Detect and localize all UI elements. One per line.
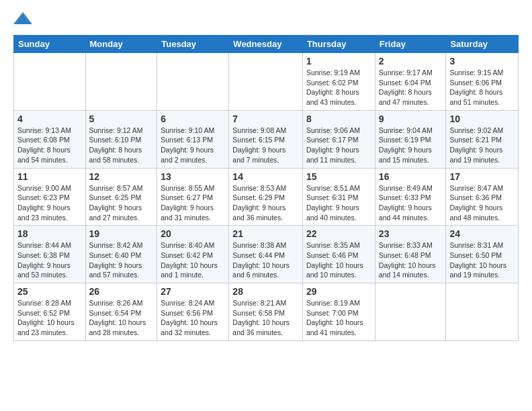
day-number: 12 [89, 171, 154, 182]
calendar-header-row: SundayMondayTuesdayWednesdayThursdayFrid… [14, 36, 519, 53]
day-number: 16 [379, 171, 443, 182]
day-info: Sunrise: 8:40 AM Sunset: 6:42 PM Dayligh… [161, 240, 225, 280]
day-info: Sunrise: 8:38 AM Sunset: 6:44 PM Dayligh… [232, 240, 299, 280]
calendar-week-3: 11Sunrise: 9:00 AM Sunset: 6:23 PM Dayli… [14, 168, 519, 226]
day-info: Sunrise: 9:00 AM Sunset: 6:23 PM Dayligh… [17, 183, 82, 223]
column-header-wednesday: Wednesday [229, 36, 303, 53]
day-number: 5 [89, 113, 154, 124]
day-info: Sunrise: 8:31 AM Sunset: 6:50 PM Dayligh… [449, 240, 515, 280]
day-number: 27 [161, 286, 225, 297]
day-number: 2 [379, 56, 443, 66]
calendar-cell: 17Sunrise: 8:47 AM Sunset: 6:36 PM Dayli… [446, 168, 519, 226]
day-info: Sunrise: 9:08 AM Sunset: 6:15 PM Dayligh… [232, 126, 299, 165]
calendar-cell: 9Sunrise: 9:04 AM Sunset: 6:19 PM Daylig… [375, 110, 446, 168]
calendar-cell: 16Sunrise: 8:49 AM Sunset: 6:33 PM Dayli… [375, 168, 446, 226]
calendar-cell [229, 53, 303, 111]
day-info: Sunrise: 9:10 AM Sunset: 6:13 PM Dayligh… [161, 126, 225, 165]
day-number: 28 [232, 286, 299, 297]
calendar-cell: 25Sunrise: 8:28 AM Sunset: 6:52 PM Dayli… [14, 283, 86, 341]
calendar-cell: 4Sunrise: 9:13 AM Sunset: 6:08 PM Daylig… [14, 110, 86, 168]
column-header-monday: Monday [85, 36, 157, 53]
day-number: 6 [161, 113, 225, 124]
day-number: 15 [306, 171, 371, 182]
day-info: Sunrise: 8:35 AM Sunset: 6:46 PM Dayligh… [306, 240, 371, 280]
column-header-saturday: Saturday [446, 36, 519, 53]
calendar-cell: 15Sunrise: 8:51 AM Sunset: 6:31 PM Dayli… [302, 168, 375, 226]
day-info: Sunrise: 9:13 AM Sunset: 6:08 PM Dayligh… [17, 126, 82, 165]
calendar-cell: 23Sunrise: 8:33 AM Sunset: 6:48 PM Dayli… [375, 226, 446, 283]
day-info: Sunrise: 9:04 AM Sunset: 6:19 PM Dayligh… [379, 126, 443, 165]
calendar-cell: 3Sunrise: 9:15 AM Sunset: 6:06 PM Daylig… [446, 53, 519, 111]
logo [13, 11, 35, 27]
day-number: 1 [306, 56, 371, 66]
day-number: 19 [89, 228, 154, 239]
calendar-cell: 13Sunrise: 8:55 AM Sunset: 6:27 PM Dayli… [157, 168, 229, 226]
day-info: Sunrise: 8:19 AM Sunset: 7:00 PM Dayligh… [306, 298, 371, 338]
calendar-cell: 21Sunrise: 8:38 AM Sunset: 6:44 PM Dayli… [229, 226, 303, 283]
day-number: 3 [449, 56, 515, 66]
day-number: 21 [232, 228, 299, 239]
day-info: Sunrise: 8:55 AM Sunset: 6:27 PM Dayligh… [161, 183, 225, 223]
calendar-week-1: 1Sunrise: 9:19 AM Sunset: 6:02 PM Daylig… [14, 53, 519, 111]
day-number: 4 [17, 113, 82, 124]
calendar-cell: 6Sunrise: 9:10 AM Sunset: 6:13 PM Daylig… [157, 110, 229, 168]
day-number: 23 [379, 228, 443, 239]
calendar-cell: 12Sunrise: 8:57 AM Sunset: 6:25 PM Dayli… [85, 168, 157, 226]
day-info: Sunrise: 8:33 AM Sunset: 6:48 PM Dayligh… [379, 240, 443, 280]
day-info: Sunrise: 8:42 AM Sunset: 6:40 PM Dayligh… [89, 240, 154, 280]
day-info: Sunrise: 9:02 AM Sunset: 6:21 PM Dayligh… [449, 126, 515, 165]
page-header [13, 11, 519, 27]
calendar-cell [375, 283, 446, 341]
day-number: 25 [17, 286, 82, 297]
calendar-cell: 26Sunrise: 8:26 AM Sunset: 6:54 PM Dayli… [85, 283, 157, 341]
day-info: Sunrise: 8:47 AM Sunset: 6:36 PM Dayligh… [449, 183, 515, 223]
day-info: Sunrise: 9:17 AM Sunset: 6:04 PM Dayligh… [379, 68, 443, 107]
day-info: Sunrise: 9:06 AM Sunset: 6:17 PM Dayligh… [306, 126, 371, 165]
calendar-cell [85, 53, 157, 111]
calendar-cell: 27Sunrise: 8:24 AM Sunset: 6:56 PM Dayli… [157, 283, 229, 341]
day-number: 8 [306, 113, 371, 124]
column-header-friday: Friday [375, 36, 446, 53]
day-info: Sunrise: 8:51 AM Sunset: 6:31 PM Dayligh… [306, 183, 371, 223]
logo-icon [13, 11, 32, 27]
day-number: 18 [17, 228, 82, 239]
day-info: Sunrise: 8:26 AM Sunset: 6:54 PM Dayligh… [89, 298, 154, 338]
day-number: 11 [17, 171, 82, 182]
calendar-cell [446, 283, 519, 341]
calendar-cell: 19Sunrise: 8:42 AM Sunset: 6:40 PM Dayli… [85, 226, 157, 283]
calendar-cell: 18Sunrise: 8:44 AM Sunset: 6:38 PM Dayli… [14, 226, 86, 283]
day-number: 24 [449, 228, 515, 239]
calendar-cell: 10Sunrise: 9:02 AM Sunset: 6:21 PM Dayli… [446, 110, 519, 168]
calendar-cell: 1Sunrise: 9:19 AM Sunset: 6:02 PM Daylig… [302, 53, 375, 111]
day-info: Sunrise: 9:19 AM Sunset: 6:02 PM Dayligh… [306, 68, 371, 107]
calendar-week-4: 18Sunrise: 8:44 AM Sunset: 6:38 PM Dayli… [14, 226, 519, 283]
day-number: 13 [161, 171, 225, 182]
day-info: Sunrise: 8:21 AM Sunset: 6:58 PM Dayligh… [232, 298, 299, 338]
day-number: 22 [306, 228, 371, 239]
day-number: 7 [232, 113, 299, 124]
calendar-cell: 29Sunrise: 8:19 AM Sunset: 7:00 PM Dayli… [302, 283, 375, 341]
day-info: Sunrise: 9:15 AM Sunset: 6:06 PM Dayligh… [449, 68, 515, 107]
calendar-cell: 20Sunrise: 8:40 AM Sunset: 6:42 PM Dayli… [157, 226, 229, 283]
column-header-thursday: Thursday [302, 36, 375, 53]
calendar-cell [157, 53, 229, 111]
calendar-table: SundayMondayTuesdayWednesdayThursdayFrid… [13, 35, 519, 341]
day-number: 20 [161, 228, 225, 239]
calendar-cell: 14Sunrise: 8:53 AM Sunset: 6:29 PM Dayli… [229, 168, 303, 226]
day-number: 17 [449, 171, 515, 182]
day-number: 9 [379, 113, 443, 124]
day-info: Sunrise: 9:12 AM Sunset: 6:10 PM Dayligh… [89, 126, 154, 165]
calendar-week-2: 4Sunrise: 9:13 AM Sunset: 6:08 PM Daylig… [14, 110, 519, 168]
calendar-cell: 28Sunrise: 8:21 AM Sunset: 6:58 PM Dayli… [229, 283, 303, 341]
calendar-cell: 5Sunrise: 9:12 AM Sunset: 6:10 PM Daylig… [85, 110, 157, 168]
day-info: Sunrise: 8:44 AM Sunset: 6:38 PM Dayligh… [17, 240, 82, 280]
calendar-cell: 22Sunrise: 8:35 AM Sunset: 6:46 PM Dayli… [302, 226, 375, 283]
calendar-cell: 2Sunrise: 9:17 AM Sunset: 6:04 PM Daylig… [375, 53, 446, 111]
calendar-cell [14, 53, 86, 111]
calendar-week-5: 25Sunrise: 8:28 AM Sunset: 6:52 PM Dayli… [14, 283, 519, 341]
calendar-cell: 8Sunrise: 9:06 AM Sunset: 6:17 PM Daylig… [302, 110, 375, 168]
day-info: Sunrise: 8:57 AM Sunset: 6:25 PM Dayligh… [89, 183, 154, 223]
day-info: Sunrise: 8:28 AM Sunset: 6:52 PM Dayligh… [17, 298, 82, 338]
day-number: 29 [306, 286, 371, 297]
calendar-cell: 11Sunrise: 9:00 AM Sunset: 6:23 PM Dayli… [14, 168, 86, 226]
